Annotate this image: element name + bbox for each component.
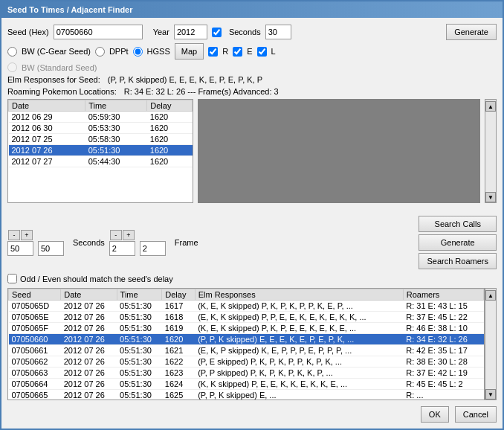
seed-input[interactable] — [54, 25, 143, 39]
col-date: Date — [9, 100, 85, 112]
e-label: E — [247, 47, 252, 56]
col-time2: Time — [117, 289, 162, 301]
bw-standard-radio[interactable] — [7, 62, 17, 72]
ok-button[interactable]: OK — [421, 406, 449, 423]
col-roamers: Roamers — [403, 289, 483, 301]
roaming-label: Roaming Pokemon Locations: — [7, 87, 117, 96]
dppt-label: DPPt — [109, 47, 129, 56]
odd-even-checkbox[interactable] — [7, 274, 17, 283]
table-row[interactable]: 2012 07 2605:51:301620 — [9, 145, 193, 156]
year-label: Year — [153, 28, 169, 36]
seconds-minus-btn[interactable]: - — [110, 230, 122, 240]
scrollbar-up[interactable]: ▲ — [485, 101, 496, 112]
seconds-plus-input[interactable] — [140, 241, 166, 256]
table-row[interactable]: 070506642012 07 2605:51:301624(K, K skip… — [9, 379, 484, 390]
delay-minus-btn[interactable]: - — [8, 230, 20, 240]
hgss-label: HGSS — [147, 47, 170, 56]
elm-value: (P, P, K skipped) E, E, E, K, E, P, E, P… — [108, 75, 262, 84]
bottom-scrollbar-up[interactable]: ▲ — [485, 290, 496, 301]
seed-label: Seed (Hex) — [7, 28, 49, 36]
seconds-input[interactable] — [265, 25, 291, 39]
table-row[interactable]: 070506602012 07 2605:51:301620(P, P, K s… — [9, 334, 484, 345]
table-row[interactable]: 0705065F2012 07 2605:51:301619(K, E, K s… — [9, 323, 484, 334]
col-date2: Date — [61, 289, 117, 301]
table-row[interactable]: 070506632012 07 2605:51:301623(P, P skip… — [9, 368, 484, 379]
delay-plus-btn[interactable]: + — [21, 230, 33, 240]
seconds-plus-btn[interactable]: + — [123, 230, 135, 240]
hgss-radio[interactable] — [133, 47, 143, 57]
bw-cgear-radio[interactable] — [7, 47, 17, 57]
scrollbar-down[interactable]: ▼ — [485, 192, 496, 202]
l-label: L — [271, 47, 276, 56]
roaming-value: R: 34 E: 32 L: 26 --- Frame(s) Advanced:… — [124, 87, 279, 96]
table-row[interactable]: 2012 07 2505:58:301620 — [9, 134, 193, 145]
table-row[interactable]: 070506622012 07 2605:51:301622(P, E skip… — [9, 356, 484, 368]
main-window: Seed To Times / Adjacent Finder Seed (He… — [0, 0, 504, 430]
col-elm: Elm Responses — [195, 289, 403, 301]
title-bar: Seed To Times / Adjacent Finder — [1, 1, 503, 18]
bottom-table: Seed Date Time Delay Elm Responses Roame… — [8, 289, 484, 400]
search-calls-button[interactable]: Search Calls — [419, 216, 497, 232]
window-title: Seed To Times / Adjacent Finder — [7, 5, 133, 14]
seconds-delays-label: Seconds — [73, 238, 105, 247]
e-checkbox[interactable] — [233, 47, 242, 57]
frame-label: Frame — [175, 238, 198, 247]
seconds-minus-input[interactable] — [109, 241, 135, 256]
bottom-scrollbar-down[interactable]: ▼ — [485, 389, 496, 399]
r-label: R — [222, 47, 228, 56]
table-row[interactable]: 2012 07 2705:44:301620 — [9, 156, 193, 167]
year-input[interactable] — [174, 25, 207, 39]
table-row[interactable]: 070506612012 07 2605:51:301621(E, K, P s… — [9, 345, 484, 356]
top-table: Date Time Delay 2012 06 2905:59:30162020… — [8, 100, 193, 167]
cancel-button[interactable]: Cancel — [455, 406, 497, 423]
col-seed: Seed — [9, 289, 61, 301]
gray-area — [198, 99, 480, 203]
generate2-button[interactable]: Generate — [419, 234, 497, 251]
odd-even-label: Odd / Even should match the seed's delay — [20, 275, 173, 283]
map-button[interactable]: Map — [175, 43, 204, 60]
table-row[interactable]: 0705065E2012 07 2605:51:301618(E, K, K s… — [9, 312, 484, 323]
col-delay2: Delay — [162, 289, 195, 301]
table-row[interactable]: 070506652012 07 2605:51:301625(P, P, K s… — [9, 390, 484, 401]
col-time: Time — [85, 100, 147, 112]
r-checkbox[interactable] — [208, 47, 218, 57]
bw-standard-label: BW (Standard Seed) — [22, 63, 97, 72]
table-row[interactable]: 2012 06 3005:53:301620 — [9, 123, 193, 134]
bw-cgear-label: BW (C-Gear Seed) — [22, 47, 91, 56]
table-row[interactable]: 0705065D2012 07 2605:51:301617(K, E, K s… — [9, 301, 484, 312]
table-row[interactable]: 2012 06 2905:59:301620 — [9, 112, 193, 123]
l-checkbox[interactable] — [257, 47, 267, 57]
elm-label: Elm Responses for Seed: — [7, 75, 100, 84]
col-delay: Delay — [147, 100, 193, 112]
delay-plus-input[interactable] — [38, 241, 64, 256]
dppt-radio[interactable] — [95, 47, 105, 57]
seconds-label: Seconds — [229, 28, 261, 36]
delay-minus-input[interactable] — [7, 241, 33, 256]
search-roamers-button[interactable]: Search Roamers — [419, 253, 497, 269]
year-checkbox[interactable] — [212, 28, 222, 37]
generate-button[interactable]: Generate — [446, 24, 497, 40]
